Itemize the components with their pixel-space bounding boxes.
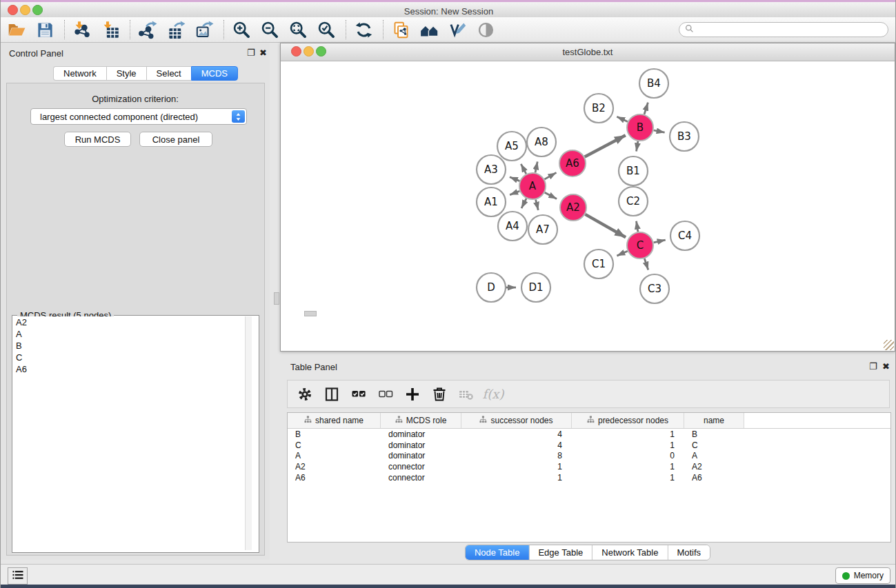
mcds-result-item[interactable]: B: [12, 340, 251, 352]
edge-A-A7[interactable]: [536, 200, 539, 210]
mcds-result-item[interactable]: A6: [12, 363, 251, 375]
cell-successor-nodes[interactable]: 4: [461, 429, 572, 439]
style-edit-icon[interactable]: [447, 19, 468, 40]
column-header-successor-nodes[interactable]: successor nodes: [461, 413, 572, 428]
cell-name[interactable]: A: [684, 451, 744, 460]
show-hide-icon[interactable]: [475, 19, 496, 40]
tab-edge-table[interactable]: Edge Table: [529, 545, 593, 560]
delete-row-icon[interactable]: [429, 384, 450, 405]
close-panel-icon[interactable]: ✖: [259, 48, 267, 57]
search-input[interactable]: [697, 24, 888, 35]
settings-icon[interactable]: [295, 384, 315, 405]
edge-A2-C[interactable]: [585, 214, 626, 237]
edge-B-B4[interactable]: [644, 103, 648, 114]
cell-predecessor-nodes[interactable]: 0: [572, 451, 684, 460]
cell-predecessor-nodes[interactable]: 1: [572, 440, 684, 450]
cell-MCDS-role[interactable]: dominator: [381, 440, 461, 450]
search-box[interactable]: [679, 22, 888, 37]
app-titlebar[interactable]: Session: New Session: [1, 2, 896, 18]
tab-style[interactable]: Style: [106, 66, 146, 81]
edge-C-C1[interactable]: [617, 251, 627, 256]
task-history-button[interactable]: [8, 567, 28, 585]
window-resize-grip[interactable]: [884, 340, 894, 350]
import-table-icon[interactable]: [100, 19, 121, 40]
import-network-icon[interactable]: [72, 19, 92, 40]
clone-network-icon[interactable]: [390, 19, 411, 40]
cell-shared-name[interactable]: A: [288, 451, 381, 460]
mcds-result-item[interactable]: A2: [12, 316, 251, 328]
zoom-selected-icon[interactable]: [316, 19, 337, 40]
tab-network[interactable]: Network: [53, 66, 106, 81]
export-network-icon[interactable]: [137, 19, 158, 40]
save-icon[interactable]: [34, 19, 55, 40]
network-window-titlebar[interactable]: testGlobe.txt: [281, 43, 895, 61]
columns-icon[interactable]: [321, 384, 342, 405]
edge-C-C4[interactable]: [654, 240, 666, 243]
open-icon[interactable]: [6, 19, 27, 40]
cell-shared-name[interactable]: C: [288, 440, 381, 450]
edge-A-A8[interactable]: [535, 161, 537, 172]
zoom-out-icon[interactable]: [259, 19, 280, 40]
edge-C-C3[interactable]: [644, 258, 648, 270]
refresh-icon[interactable]: [353, 19, 374, 40]
mcds-result-item[interactable]: C: [12, 352, 251, 363]
cell-MCDS-role[interactable]: connector: [381, 462, 461, 472]
memory-button[interactable]: Memory: [835, 567, 890, 584]
cell-name[interactable]: A6: [684, 473, 744, 483]
column-header-predecessor-nodes[interactable]: predecessor nodes: [572, 413, 684, 428]
cell-name[interactable]: A2: [684, 462, 744, 472]
mcds-result-list[interactable]: A2ABCA6: [12, 316, 251, 550]
home-icon[interactable]: [419, 19, 439, 40]
edge-A-A6[interactable]: [544, 172, 556, 179]
cell-shared-name[interactable]: A6: [288, 473, 381, 483]
float-panel-icon[interactable]: ❐: [247, 48, 255, 57]
edge-B-B1[interactable]: [637, 141, 638, 152]
tab-network-table[interactable]: Network Table: [593, 545, 668, 560]
cell-name[interactable]: C: [684, 440, 744, 450]
column-header-MCDS-role[interactable]: MCDS role: [381, 413, 461, 428]
edge-A-A2[interactable]: [545, 192, 557, 199]
edge-C-C2[interactable]: [637, 221, 638, 232]
tab-select[interactable]: Select: [146, 66, 191, 81]
close-panel-button[interactable]: Close panel: [139, 132, 212, 147]
cell-predecessor-nodes[interactable]: 1: [572, 462, 684, 472]
table-row[interactable]: A2connector11A2: [288, 461, 890, 472]
zoom-fit-icon[interactable]: [288, 19, 308, 40]
table-row[interactable]: Bdominator41B: [288, 429, 890, 440]
deselect-all-icon[interactable]: [375, 384, 396, 405]
network-view-window[interactable]: testGlobe.txt B4B2BB3A5A8A6B1A3AA1C2A2A4…: [280, 43, 895, 352]
horizontal-splitter-handle[interactable]: [304, 311, 317, 316]
export-table-icon[interactable]: [166, 19, 186, 40]
cell-successor-nodes[interactable]: 1: [461, 462, 572, 472]
table-row[interactable]: Adominator80A: [288, 450, 890, 461]
table-close-panel-icon[interactable]: ✖: [882, 362, 890, 371]
cell-successor-nodes[interactable]: 4: [461, 440, 572, 450]
cell-MCDS-role[interactable]: connector: [381, 473, 461, 483]
edge-B-B2[interactable]: [617, 116, 628, 121]
cell-MCDS-role[interactable]: dominator: [381, 451, 461, 460]
add-row-icon[interactable]: [402, 384, 423, 405]
table-float-panel-icon[interactable]: ❐: [869, 362, 877, 371]
export-image-icon[interactable]: [194, 19, 215, 40]
column-header-name[interactable]: name: [684, 413, 744, 428]
table-row[interactable]: Cdominator41C: [288, 440, 890, 451]
column-header-shared-name[interactable]: shared name: [288, 413, 381, 428]
mcds-result-item[interactable]: A: [12, 328, 251, 340]
edge-A-A5[interactable]: [521, 164, 526, 174]
zoom-in-icon[interactable]: [231, 19, 252, 40]
cell-predecessor-nodes[interactable]: 1: [572, 473, 684, 483]
edge-A-A3[interactable]: [510, 177, 520, 181]
edge-B-B3[interactable]: [654, 130, 665, 132]
cell-MCDS-role[interactable]: dominator: [381, 429, 461, 439]
mcds-result-scrollbar[interactable]: [245, 316, 252, 550]
cell-predecessor-nodes[interactable]: 1: [572, 429, 684, 439]
cell-successor-nodes[interactable]: 8: [461, 451, 572, 460]
cell-name[interactable]: B: [684, 429, 744, 439]
vertical-splitter-handle[interactable]: [274, 292, 279, 305]
optimization-criterion-select[interactable]: largest connected component (directed): [30, 108, 247, 125]
network-canvas[interactable]: B4B2BB3A5A8A6B1A3AA1C2A2A4A7CC4C1C3DD1: [281, 61, 895, 351]
run-mcds-button[interactable]: Run MCDS: [64, 132, 131, 147]
table-row[interactable]: A6connector11A6: [288, 472, 890, 483]
tab-node-table[interactable]: Node Table: [466, 545, 530, 560]
edge-A6-B[interactable]: [585, 135, 626, 156]
